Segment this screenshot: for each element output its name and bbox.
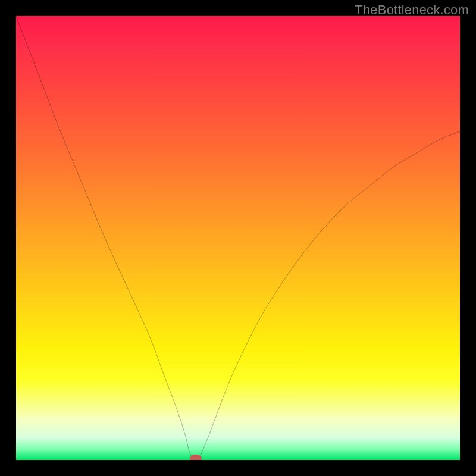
watermark-text: TheBottleneck.com <box>355 2 469 18</box>
optimal-point-marker <box>190 455 202 460</box>
chart-frame: TheBottleneck.com <box>0 0 476 476</box>
bottleneck-line <box>16 16 460 460</box>
plot-area <box>16 16 460 460</box>
